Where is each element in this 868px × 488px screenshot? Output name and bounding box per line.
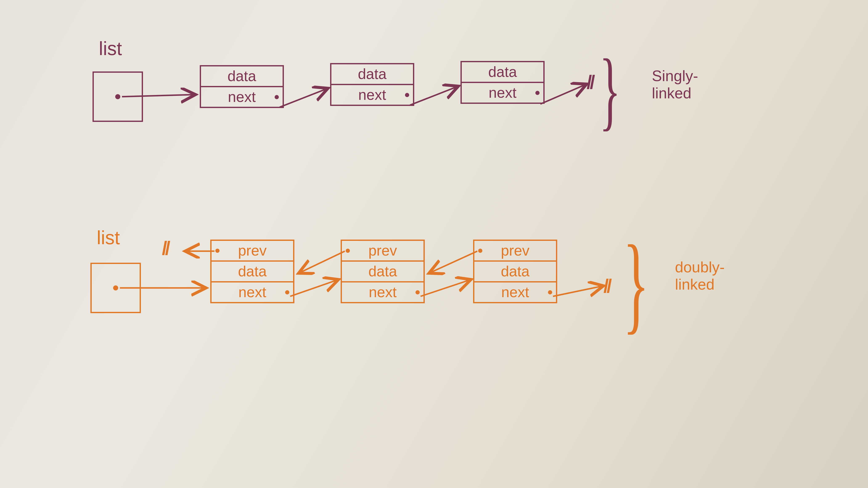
singly-null-terminator: // [587, 71, 593, 93]
doubly-next-null-terminator: // [603, 275, 610, 297]
doubly-node-1-next: next [212, 283, 293, 302]
doubly-node-2-prev-dot [346, 249, 350, 253]
singly-node-2-data: data [331, 64, 413, 85]
svg-line-2 [410, 86, 458, 105]
doubly-node-2-next: next [342, 283, 424, 302]
doubly-list-title: list [97, 227, 120, 249]
svg-line-3 [540, 84, 587, 104]
singly-list-title: list [99, 38, 122, 60]
singly-node-3-next: next [462, 83, 543, 103]
svg-line-10 [553, 286, 603, 296]
doubly-linked-diagram: list // prev data next prev data next pr… [0, 210, 868, 462]
doubly-node-2-prev: prev [342, 241, 424, 262]
doubly-node-1-prev: prev [212, 241, 293, 262]
singly-head-box [93, 71, 143, 122]
doubly-node-2: prev data next [341, 239, 425, 303]
doubly-node-3-prev-dot [478, 249, 483, 253]
doubly-node-3-next: next [474, 283, 556, 302]
doubly-node-1-next-dot [285, 290, 289, 294]
doubly-node-1: prev data next [210, 239, 294, 303]
doubly-type-label: doubly- linked [675, 259, 724, 293]
doubly-node-3-prev: prev [474, 241, 556, 262]
svg-line-8 [421, 280, 471, 296]
svg-line-7 [299, 251, 345, 273]
doubly-arrows [0, 210, 868, 462]
doubly-node-1-data: data [212, 262, 293, 283]
singly-node-1-next-dot [275, 95, 279, 99]
singly-node-3-data: data [462, 62, 543, 83]
doubly-prev-null-terminator: // [162, 237, 168, 259]
svg-line-1 [280, 88, 328, 107]
doubly-node-3-next-dot [548, 290, 552, 294]
doubly-head-box [90, 263, 141, 313]
doubly-node-1-prev-dot [215, 249, 219, 253]
singly-node-2-next: next [331, 85, 413, 105]
singly-node-2: data next [330, 63, 414, 106]
singly-type-label: Singly- linked [652, 67, 698, 102]
singly-node-2-next-dot [405, 93, 409, 97]
singly-node-1-data: data [201, 66, 283, 87]
singly-node-3: data next [461, 61, 545, 104]
doubly-node-2-data: data [342, 262, 424, 283]
svg-line-6 [290, 280, 339, 296]
singly-node-1: data next [200, 65, 284, 108]
doubly-node-2-next-dot [415, 290, 420, 294]
singly-linked-diagram: list data next data next data next // } … [0, 0, 868, 210]
singly-node-3-next-dot [535, 91, 539, 95]
svg-line-9 [429, 251, 477, 273]
singly-node-1-next: next [201, 87, 283, 107]
doubly-node-3: prev data next [473, 239, 557, 303]
singly-head-pointer-dot [115, 94, 120, 99]
doubly-head-pointer-dot [113, 285, 118, 290]
singly-brace: } [599, 55, 621, 125]
doubly-node-3-data: data [474, 262, 556, 283]
doubly-brace: } [623, 239, 649, 327]
